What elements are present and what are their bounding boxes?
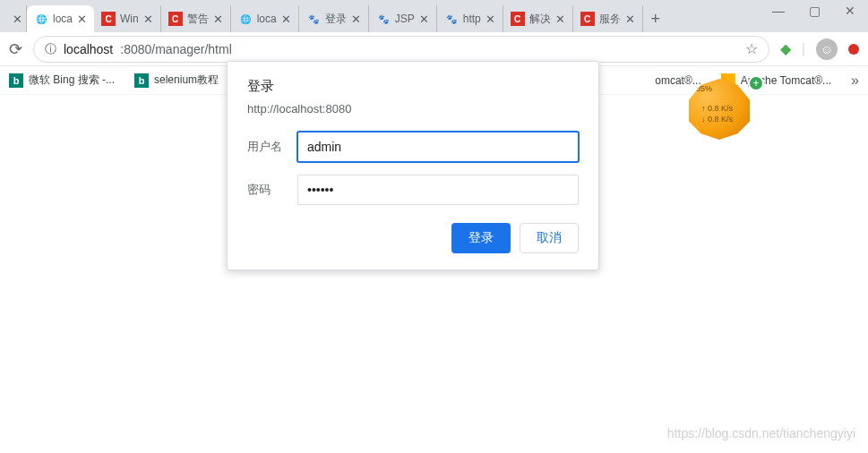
tab-label: 解决 <box>529 12 551 27</box>
reload-button[interactable]: ⟳ <box>9 39 22 59</box>
bing-icon: b <box>134 73 149 88</box>
umbrella-icon: 85% ↑ 0.8 K/s ↓ 0.8 K/s <box>689 79 750 140</box>
dialog-origin: http://localhost:8080 <box>247 102 579 115</box>
close-icon[interactable]: ✕ <box>419 13 429 26</box>
tab-5[interactable]: 🐾 登录 ✕ <box>299 5 369 32</box>
close-icon[interactable]: ✕ <box>555 13 565 26</box>
red-c-icon: C <box>101 12 116 26</box>
bookmark-selenium[interactable]: b selenium教程 <box>134 73 219 88</box>
close-icon[interactable]: ✕ <box>486 13 495 26</box>
widget-up: ↑ 0.8 K/s <box>701 104 733 113</box>
close-icon[interactable]: ✕ <box>281 13 291 26</box>
url-host: localhost <box>64 42 113 56</box>
address-bar[interactable]: ⓘ localhost:8080/manager/html ☆ <box>33 36 769 63</box>
tab-label: 警告 <box>187 12 209 27</box>
globe-icon: 🌐 <box>238 12 253 26</box>
tab-4[interactable]: 🌐 loca ✕ <box>231 5 299 32</box>
bookmark-label: selenium教程 <box>154 73 219 88</box>
tab-strip: ✕ 🌐 loca ✕ C Win ✕ C 警告 ✕ 🌐 loca ✕ 🐾 登录 … <box>0 0 868 32</box>
site-info-icon[interactable]: ⓘ <box>45 41 56 57</box>
bookmark-star-icon[interactable]: ☆ <box>745 40 758 57</box>
tab-3[interactable]: C 警告 ✕ <box>161 5 231 32</box>
bookmark-label: 微软 Bing 搜索 -... <box>29 73 115 88</box>
window-controls: — ▢ ✕ <box>769 4 859 18</box>
tab-9[interactable]: C 服务 ✕ <box>573 5 643 32</box>
tab-label: JSP <box>395 13 415 25</box>
red-c-icon: C <box>580 12 595 26</box>
red-c-icon: C <box>168 12 183 26</box>
url-path: :8080/manager/html <box>120 42 232 56</box>
window-close-button[interactable]: ✕ <box>841 4 859 18</box>
password-label: 密码 <box>247 182 288 198</box>
tab-label: loca <box>53 13 73 25</box>
close-icon[interactable]: ✕ <box>625 13 635 26</box>
password-input[interactable] <box>297 175 579 205</box>
divider: | <box>802 41 805 57</box>
paw-icon: 🐾 <box>444 12 459 26</box>
new-tab-button[interactable]: + <box>643 10 668 29</box>
watermark: https://blog.csdn.net/tianchengyiyi <box>667 426 855 440</box>
tab-label: http <box>463 13 481 25</box>
http-auth-dialog: 登录 http://localhost:8080 用户名 密码 登录 取消 <box>227 61 599 270</box>
minimize-button[interactable]: — <box>769 4 787 18</box>
close-icon[interactable]: ✕ <box>351 13 361 26</box>
username-input[interactable] <box>297 132 579 162</box>
maximize-button[interactable]: ▢ <box>805 4 823 18</box>
dialog-title: 登录 <box>247 78 579 95</box>
bookmark-bing[interactable]: b 微软 Bing 搜索 -... <box>9 73 115 88</box>
close-icon[interactable]: ✕ <box>213 13 223 26</box>
alert-icon[interactable] <box>848 44 859 55</box>
tab-label: Win <box>120 13 139 25</box>
tab-8[interactable]: C 解决 ✕ <box>503 5 573 32</box>
bing-icon: b <box>9 73 23 88</box>
tab-label: 登录 <box>325 12 347 27</box>
close-icon[interactable]: ✕ <box>143 13 153 26</box>
extension-icon[interactable]: ◆ <box>780 40 791 57</box>
tab-label: 服务 <box>599 12 621 27</box>
tab-6[interactable]: 🐾 JSP ✕ <box>369 5 437 32</box>
username-label: 用户名 <box>247 139 288 155</box>
tab-7[interactable]: 🐾 http ✕ <box>437 5 503 32</box>
cancel-button[interactable]: 取消 <box>520 223 579 253</box>
tab-label: loca <box>257 13 277 25</box>
globe-icon: 🌐 <box>34 12 48 26</box>
tab-0[interactable]: ✕ <box>0 5 27 32</box>
login-button[interactable]: 登录 <box>451 223 511 253</box>
bookmarks-overflow-icon[interactable]: » <box>851 73 859 89</box>
close-icon[interactable]: ✕ <box>13 13 22 26</box>
close-icon[interactable]: ✕ <box>77 13 87 26</box>
widget-down: ↓ 0.8 K/s <box>701 115 733 124</box>
red-c-icon: C <box>511 12 525 26</box>
plus-icon[interactable]: + <box>748 75 764 91</box>
profile-avatar[interactable]: ☺ <box>816 38 838 60</box>
widget-percent: 85% <box>696 84 712 93</box>
paw-icon: 🐾 <box>376 12 391 26</box>
tab-1[interactable]: 🌐 loca ✕ <box>27 5 94 32</box>
paw-icon: 🐾 <box>306 12 321 26</box>
tab-2[interactable]: C Win ✕ <box>94 5 161 32</box>
network-monitor-widget[interactable]: 85% ↑ 0.8 K/s ↓ 0.8 K/s + <box>689 79 761 150</box>
